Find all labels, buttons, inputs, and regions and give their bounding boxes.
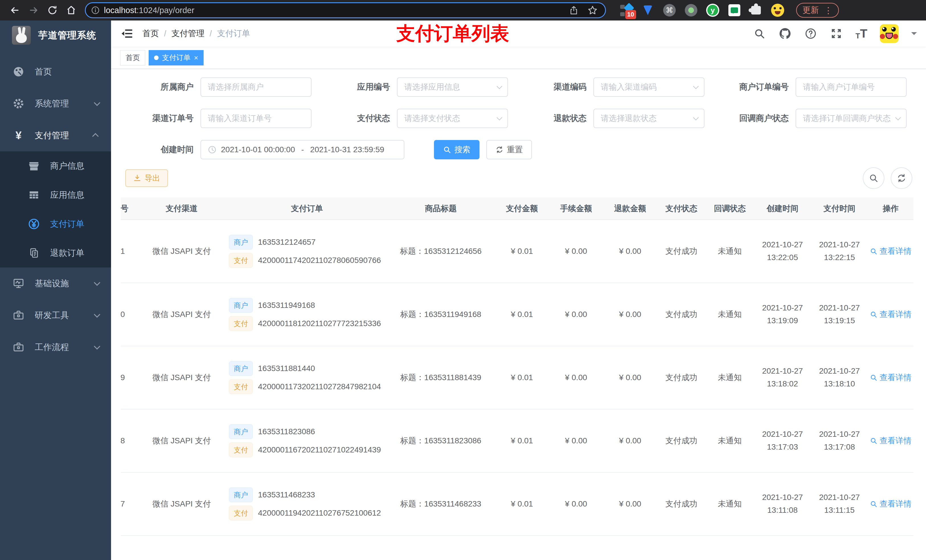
logo[interactable]: 芋道管理系统 (0, 21, 111, 50)
cell-pay-status: 支付成功 (657, 472, 706, 536)
fullscreen-icon[interactable] (830, 27, 843, 40)
search-button[interactable]: 搜索 (434, 140, 480, 159)
channel-order-no-input[interactable] (200, 109, 312, 128)
refresh-table-button[interactable] (891, 167, 912, 189)
create-time-range-picker[interactable]: 2021-10-01 00:00:00 - 2021-10-31 23:59:5… (200, 140, 404, 159)
github-icon[interactable] (779, 27, 791, 40)
font-size-icon[interactable]: TT (855, 27, 867, 39)
extension-chat-icon[interactable] (728, 4, 741, 17)
sidebar-item-dev-tools[interactable]: 研发工具 (0, 299, 111, 331)
cell-actions: 查看详情 (868, 346, 914, 409)
extension-y-icon[interactable]: y (706, 4, 719, 17)
create-clock: 13:19:09 (754, 314, 811, 327)
cell-notify-status: 未通知 (706, 220, 754, 283)
help-icon[interactable] (804, 27, 817, 40)
reset-button[interactable]: 重置 (486, 140, 532, 159)
view-detail-link[interactable]: 查看详情 (870, 246, 911, 257)
browser-reload-button[interactable] (45, 3, 60, 18)
toggle-search-button[interactable] (863, 167, 884, 189)
cell-pay-order: 商户1635312124657支付42000011742021102780605… (227, 220, 387, 283)
breadcrumb-home[interactable]: 首页 (142, 28, 159, 39)
pay-clock: 13:18:10 (811, 377, 868, 390)
merchant-input[interactable] (200, 77, 312, 97)
cell-refund-amount: ¥ 0.00 (603, 472, 657, 536)
create-date: 2021-10-27 (754, 428, 811, 441)
sidebar-item-label: 系统管理 (35, 98, 69, 110)
share-icon[interactable] (566, 3, 581, 18)
cell-refund-amount: ¥ 0.00 (603, 220, 657, 283)
merchant-tag: 商户 (229, 488, 253, 502)
tab-close-icon[interactable]: × (194, 54, 198, 62)
download-icon (133, 174, 141, 182)
cell-product-title: 标题：1635312124656 (387, 220, 495, 283)
filter-label: 退款状态 (531, 113, 593, 124)
tab-pay-order[interactable]: 支付订单 × (149, 50, 204, 65)
table-row: 20微信 JSAPI 支付商户1635311949168支付4200001181… (121, 283, 914, 346)
browser-back-button[interactable] (8, 3, 22, 18)
avatar[interactable] (880, 24, 899, 43)
cell-fee-amount: ¥ 0.00 (549, 472, 603, 536)
merchant-order-line: 商户1635312124657 (229, 235, 387, 249)
sidebar-item-payment[interactable]: ¥ 支付管理 (0, 119, 111, 151)
extension-emoji-icon[interactable] (771, 4, 784, 17)
channel-order-no-field[interactable] (208, 114, 304, 123)
extension-puzzle-icon[interactable] (749, 4, 763, 17)
col-pay-time: 支付时间 (811, 198, 868, 220)
browser-forward-button[interactable] (26, 3, 41, 18)
extension-command-icon[interactable]: ⌘ (663, 4, 676, 17)
coin-yen-icon (27, 217, 41, 231)
search-icon[interactable] (753, 27, 766, 40)
channel-code-select[interactable]: 请输入渠道编码 (593, 77, 705, 97)
sidebar-item-merchant-info[interactable]: 商户信息 (0, 151, 111, 180)
cell-pay-channel: 微信 JSAPI 支付 (136, 220, 227, 283)
bookmark-star-icon[interactable] (585, 3, 600, 18)
cell-order-id: 20 (121, 283, 136, 346)
tab-home[interactable]: 首页 (120, 50, 145, 65)
merchant-order-no-input[interactable] (796, 77, 906, 97)
sidebar-fold-icon[interactable] (120, 27, 134, 41)
avatar-caret-down-icon[interactable] (911, 32, 917, 38)
view-detail-link[interactable]: 查看详情 (870, 435, 911, 446)
app-select[interactable]: 请选择应用信息 (397, 77, 508, 97)
address-bar[interactable]: localhost:1024/pay/order (85, 2, 606, 18)
browser-update-button[interactable]: 更新 ⋮ (796, 3, 839, 18)
col-pay-amount: 支付金额 (495, 198, 549, 220)
browser-menu-icon[interactable]: ⋮ (824, 5, 832, 15)
pay-status-select[interactable]: 请选择支付状态 (397, 109, 508, 128)
view-detail-link[interactable]: 查看详情 (870, 498, 911, 509)
select-caret-icon (693, 83, 699, 89)
select-caret-icon (895, 115, 901, 120)
notify-status-select[interactable]: 请选择订单回调商户状态 (796, 109, 906, 128)
chevron-down-icon (94, 279, 100, 286)
browser-home-button[interactable] (64, 3, 79, 18)
breadcrumb-pay-manage[interactable]: 支付管理 (171, 28, 204, 39)
search-icon (870, 500, 877, 508)
sidebar-item-refund-order[interactable]: 退款订单 (0, 238, 111, 267)
cell-create-time: 2021-10-2713:17:03 (754, 409, 811, 472)
extension-recorder-icon[interactable] (684, 4, 698, 17)
site-info-icon[interactable] (91, 6, 100, 15)
extension-tasks-icon[interactable]: 10 (620, 4, 633, 17)
pay-order-line: 支付4200001173202110272847982104 (229, 379, 387, 394)
sidebar-item-pay-order[interactable]: 支付订单 (0, 210, 111, 238)
sidebar-item-app-info[interactable]: 应用信息 (0, 180, 111, 210)
page-content: 所属商户 应用编号 请选择应用信息 渠道编码 (111, 69, 926, 560)
pay-clock: 13:17:08 (811, 441, 868, 454)
refund-status-select[interactable]: 请选择退款状态 (593, 109, 705, 128)
logo-title: 芋道管理系统 (38, 29, 96, 42)
view-detail-link[interactable]: 查看详情 (870, 309, 911, 320)
page-title-annotation: 支付订单列表 (396, 21, 509, 46)
cell-fee-amount (549, 536, 603, 560)
dashboard-icon (12, 65, 25, 78)
export-button[interactable]: 导出 (125, 169, 168, 187)
view-detail-link[interactable]: 查看详情 (870, 372, 911, 383)
sidebar-item-system[interactable]: 系统管理 (0, 88, 111, 119)
extension-gem-icon[interactable] (641, 4, 654, 17)
sidebar-item-home[interactable]: 首页 (0, 56, 111, 88)
sidebar-item-workflow[interactable]: 工作流程 (0, 331, 111, 363)
cell-pay-channel (136, 536, 227, 560)
merchant-order-no-field[interactable] (803, 83, 899, 92)
sidebar-item-infrastructure[interactable]: 基础设施 (0, 267, 111, 299)
merchant-input-field[interactable] (208, 83, 304, 92)
cell-notify-status: 未通知 (706, 346, 754, 409)
